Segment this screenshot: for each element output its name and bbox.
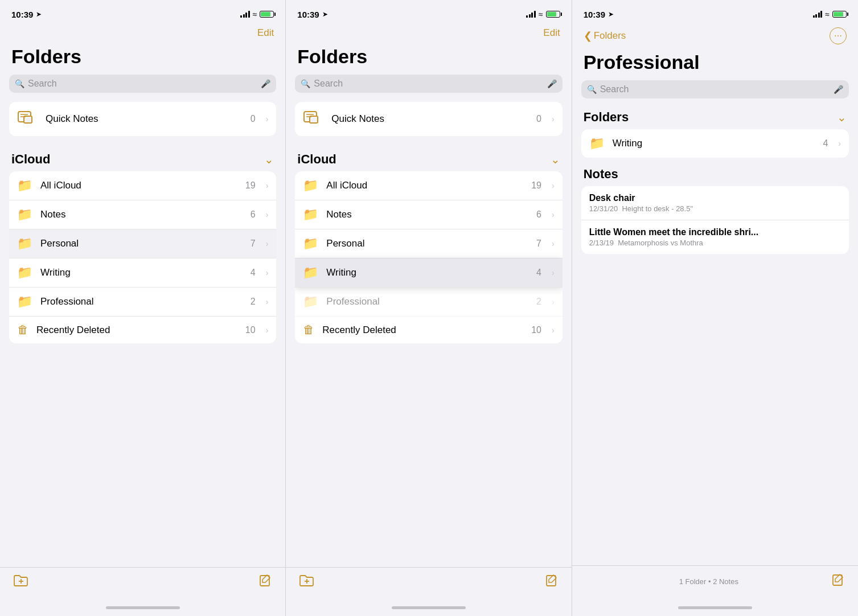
status-time-3: 10:39 — [584, 10, 605, 19]
home-indicator-1 — [0, 602, 285, 616]
folder-chevron-all-2: › — [552, 181, 555, 190]
back-button-3[interactable]: ❮ Folders — [584, 30, 626, 42]
mic-icon-2: 🎤 — [547, 79, 557, 88]
signal-bar-3-2 — [815, 14, 817, 18]
folder-label-professional-2: Professional — [326, 296, 528, 307]
all-icloud-item-2[interactable]: 📁 All iCloud 19 › — [295, 171, 562, 200]
folder-chevron-professional-1: › — [266, 297, 269, 306]
notes-item-1[interactable]: 📁 Notes 6 › — [9, 200, 276, 229]
folder-chevron-all-1: › — [266, 181, 269, 190]
note-item-desk-chair[interactable]: Desk chair 12/31/20 Height to desk - 28.… — [581, 186, 849, 220]
folder-label-writing-3: Writing — [613, 138, 815, 149]
quick-notes-item-1[interactable]: Quick Notes 0 › — [9, 102, 276, 136]
edit-button-1[interactable]: Edit — [257, 27, 274, 39]
mic-icon-3: 🎤 — [834, 85, 843, 94]
page-title-1: Folders — [0, 43, 285, 75]
panel-3: 10:39 ➤ ≈ ❮ Folders ⋯ Professional 🔍 — [572, 0, 858, 616]
svg-rect-1 — [24, 116, 32, 123]
folder-card-2: 📁 All iCloud 19 › 📁 Notes 6 › 📁 Personal… — [295, 171, 562, 343]
top-nav-1: Edit — [0, 25, 285, 43]
folder-count-professional-1: 2 — [251, 297, 256, 307]
note-title-desk-chair: Desk chair — [589, 193, 841, 203]
folder-count-all-2: 19 — [531, 180, 541, 191]
quick-notes-item-2[interactable]: Quick Notes 0 › — [295, 102, 562, 136]
writing-item-1[interactable]: 📁 Writing 4 › — [9, 258, 276, 288]
folder-count-deleted-2: 10 — [531, 325, 541, 335]
search-bar-3[interactable]: 🔍 Search 🎤 — [581, 80, 849, 98]
battery-icon-2 — [546, 11, 560, 18]
status-icons-2: ≈ — [526, 10, 560, 19]
recently-deleted-item-1[interactable]: 🗑 Recently Deleted 10 › — [9, 317, 276, 343]
folder-card-1: 📁 All iCloud 19 › 📁 Notes 6 › 📁 Personal… — [9, 171, 276, 343]
signal-bar-2-2 — [529, 14, 531, 18]
professional-item-1[interactable]: 📁 Professional 2 › — [9, 288, 276, 317]
folder-icon-writing-3: 📁 — [589, 136, 605, 151]
mic-icon-1: 🎤 — [261, 79, 270, 88]
folder-label-writing-1: Writing — [40, 267, 243, 278]
home-bar-3 — [678, 606, 752, 609]
folder-icon-personal-2: 📁 — [303, 236, 318, 251]
icloud-collapse-1[interactable]: ⌄ — [264, 153, 274, 166]
bottom-toolbar-2 — [286, 567, 571, 602]
signal-bar-2-3 — [531, 13, 533, 18]
personal-item-2[interactable]: 📁 Personal 7 › — [295, 229, 562, 258]
home-indicator-2 — [286, 602, 571, 616]
location-icon-2: ➤ — [322, 10, 328, 18]
compose-button-2[interactable] — [545, 574, 558, 590]
folder-label-notes-1: Notes — [40, 209, 243, 220]
all-icloud-item-1[interactable]: 📁 All iCloud 19 › — [9, 171, 276, 200]
note-item-little-women[interactable]: Little Women meet the incredible shri...… — [581, 220, 849, 254]
folder-chevron-personal-1: › — [266, 239, 269, 248]
edit-button-2[interactable]: Edit — [543, 27, 560, 39]
content-1: Quick Notes 0 › iCloud ⌄ 📁 All iCloud 19… — [0, 102, 285, 567]
folder-icon-writing-1: 📁 — [17, 265, 32, 280]
new-folder-button-1[interactable] — [14, 574, 28, 590]
folder-chevron-writing-3: › — [838, 139, 841, 148]
search-icon-2: 🔍 — [301, 79, 310, 88]
icloud-collapse-2[interactable]: ⌄ — [551, 153, 560, 166]
more-button-3[interactable]: ⋯ — [830, 27, 847, 44]
quick-notes-icon-2 — [303, 109, 323, 129]
signal-bar-2 — [243, 14, 245, 18]
search-bar-1[interactable]: 🔍 Search 🎤 — [9, 75, 276, 93]
folder-label-all-2: All iCloud — [326, 180, 523, 191]
notes-item-2[interactable]: 📁 Notes 6 › — [295, 200, 562, 229]
folder-count-writing-1: 4 — [251, 268, 256, 278]
status-bar-1: 10:39 ➤ ≈ — [0, 0, 285, 25]
quick-notes-chevron-1: › — [266, 114, 269, 124]
compose-button-1[interactable] — [259, 574, 272, 590]
search-placeholder-2: Search — [314, 79, 543, 89]
trash-icon-2: 🗑 — [303, 323, 314, 336]
search-bar-2[interactable]: 🔍 Search 🎤 — [295, 75, 562, 93]
signal-bar-2-1 — [526, 15, 528, 18]
footer-count-3: 1 Folder • 2 Notes — [586, 573, 832, 590]
status-time-2: 10:39 — [297, 10, 319, 19]
personal-item-1[interactable]: 📁 Personal 7 › — [9, 229, 276, 258]
folder-label-professional-1: Professional — [40, 296, 243, 307]
folder-icon-writing-2: 📁 — [303, 265, 318, 280]
content-3: Folders ⌄ 📁 Writing 4 › Notes Desk chair… — [572, 108, 858, 565]
new-folder-button-2[interactable] — [299, 574, 314, 590]
panel-1: 10:39 ➤ ≈ Edit Folders 🔍 Search 🎤 — [0, 0, 286, 616]
recently-deleted-item-2[interactable]: 🗑 Recently Deleted 10 › — [295, 317, 562, 343]
icloud-title-1: iCloud — [11, 152, 50, 167]
folder-chevron-deleted-1: › — [266, 326, 269, 335]
compose-button-3[interactable] — [832, 574, 844, 590]
writing-folder-item-3[interactable]: 📁 Writing 4 › — [581, 129, 849, 158]
quick-notes-card-2[interactable]: Quick Notes 0 › — [295, 102, 562, 136]
folders-collapse-3[interactable]: ⌄ — [837, 110, 847, 124]
folder-count-notes-2: 6 — [536, 210, 541, 220]
quick-notes-card-1[interactable]: Quick Notes 0 › — [9, 102, 276, 136]
bottom-toolbar-3: 1 Folder • 2 Notes — [572, 565, 858, 602]
professional-item-2[interactable]: 📁 Professional 2 › — [295, 288, 562, 317]
folder-label-notes-2: Notes — [326, 209, 528, 220]
location-icon-3: ➤ — [608, 10, 614, 18]
status-icons-1: ≈ — [240, 10, 274, 19]
back-chevron-icon: ❮ — [584, 30, 592, 42]
folder-icon-all-2: 📁 — [303, 178, 318, 193]
note-meta-little-women: 2/13/19 Metamorphosis vs Mothra — [589, 239, 841, 247]
panel-2: 10:39 ➤ ≈ Edit Folders 🔍 Search 🎤 — [286, 0, 572, 616]
writing-item-2[interactable]: 📁 Writing 4 › — [295, 258, 562, 288]
wifi-icon-1: ≈ — [253, 10, 257, 19]
folders-section-header-3: Folders ⌄ — [581, 108, 849, 129]
